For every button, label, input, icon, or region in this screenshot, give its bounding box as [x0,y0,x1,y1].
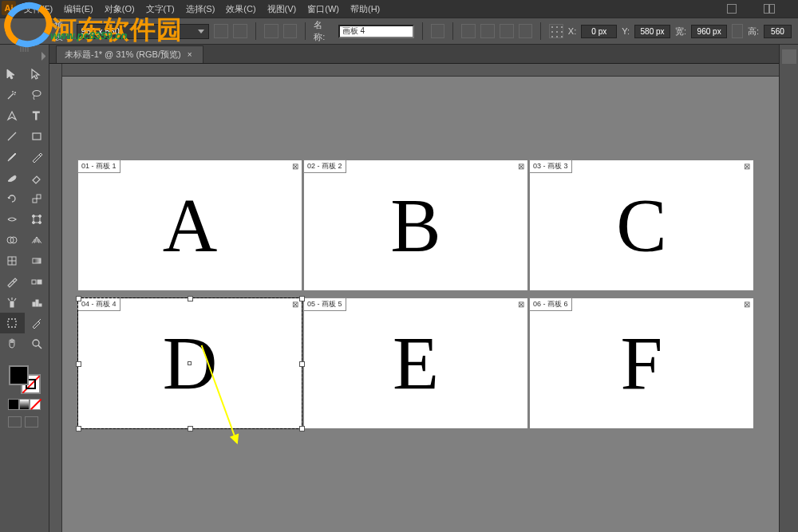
eraser-tool[interactable] [25,167,49,188]
selection-handle[interactable] [76,426,81,432]
opt-icon-b[interactable] [480,24,495,38]
opt-icon-d[interactable] [519,24,533,38]
change-screen-icon[interactable] [25,416,38,428]
eyedropper-tool[interactable] [0,271,25,292]
svg-rect-23 [39,304,41,306]
blob-brush-tool[interactable] [0,167,25,188]
scale-tool[interactable] [25,188,49,209]
width-tool[interactable] [0,209,25,230]
artboard-label[interactable]: 01 - 画板 1 [77,160,120,173]
direct-selection-tool[interactable] [25,64,49,85]
rectangle-tool[interactable] [25,126,49,147]
symbol-sprayer-tool[interactable] [0,292,25,313]
opt-icon-a[interactable] [461,24,476,38]
selection-handle[interactable] [299,361,305,367]
artboard-6[interactable]: 06 - 画板 6⊠F [530,298,753,428]
slice-tool[interactable] [25,313,49,333]
orientation-portrait-icon[interactable] [214,24,228,38]
fill-swatch[interactable] [9,365,29,385]
pencil-tool[interactable] [25,147,49,167]
pen-tool[interactable] [0,105,25,126]
artboard-label[interactable]: 02 - 画板 2 [303,160,346,173]
shape-builder-tool[interactable] [0,230,25,250]
artboard-label[interactable]: 06 - 画板 6 [529,298,572,311]
perspective-grid-tool[interactable] [25,230,49,250]
artboard-label[interactable]: 04 - 画板 4 [77,298,120,311]
screen-mode-icon[interactable] [8,416,22,428]
new-artboard-icon[interactable] [264,24,279,38]
artboard-close-icon[interactable]: ⊠ [291,162,299,170]
color-mode-icon[interactable] [8,399,19,410]
line-tool[interactable] [0,126,25,147]
artboard-close-icon[interactable]: ⊠ [291,300,299,308]
w-input[interactable] [691,25,727,38]
close-tab-icon[interactable]: × [188,50,192,59]
artboard-5[interactable]: 05 - 画板 5⊠E [304,298,527,428]
menu-help[interactable]: 帮助(H) [350,3,380,15]
ruler-horizontal[interactable] [49,64,779,77]
artboard-3[interactable]: 03 - 画板 3⊠C [530,160,753,290]
artboard-1[interactable]: 01 - 画板 1⊠A [78,160,302,290]
svg-rect-3 [33,133,41,140]
options-bar: 预设 960 x 560 名称: X: Y: 宽: 高: [0,18,798,45]
selection-handle[interactable] [188,296,193,301]
artboard-label[interactable]: 05 - 画板 5 [303,298,346,311]
orientation-landscape-icon[interactable] [233,24,247,38]
move-with-artboard-icon[interactable] [431,24,445,38]
selection-handle[interactable] [76,361,81,367]
menu-object[interactable]: 对象(O) [105,3,135,15]
lasso-tool[interactable] [25,85,49,105]
hand-tool[interactable] [0,333,25,354]
menu-view[interactable]: 视图(V) [267,3,297,15]
none-mode-icon[interactable] [30,399,41,410]
gradient-tool[interactable] [25,250,49,271]
link-wh-icon[interactable] [732,24,743,38]
layout-icon-2[interactable] [764,4,775,14]
x-label: X: [568,26,576,36]
artboard-2[interactable]: 02 - 画板 2⊠B [304,160,527,290]
document-tab[interactable]: 未标题-1* @ 31% (RGB/预览) × [56,45,203,63]
menu-file[interactable]: 文件(F) [24,3,53,15]
gradient-mode-icon[interactable] [19,399,30,410]
selection-handle[interactable] [76,296,81,301]
selection-handle[interactable] [299,296,305,301]
menu-edit[interactable]: 编辑(E) [64,3,93,15]
canvas[interactable]: 01 - 画板 1⊠A02 - 画板 2⊠B03 - 画板 3⊠C04 - 画板… [62,77,779,532]
panel-icon-1[interactable] [782,49,796,64]
reference-point-icon[interactable] [549,24,563,38]
column-graph-tool[interactable] [25,292,49,313]
artboard-label[interactable]: 03 - 画板 3 [529,160,572,173]
selection-tool[interactable] [0,64,25,85]
x-input[interactable] [581,25,617,38]
collapse-icon[interactable] [41,52,49,61]
artboard-tool[interactable] [0,313,25,333]
menu-type[interactable]: 文字(T) [146,3,175,15]
menu-effect[interactable]: 效果(C) [226,3,255,15]
artboard-close-icon[interactable]: ⊠ [743,300,751,308]
ruler-vertical[interactable] [49,64,62,532]
rotate-tool[interactable] [0,188,25,209]
artboard-close-icon[interactable]: ⊠ [517,162,525,170]
opt-icon-c[interactable] [500,24,514,38]
magic-wand-tool[interactable] [0,85,25,105]
delete-artboard-icon[interactable] [283,24,298,38]
menu-select[interactable]: 选择(S) [186,3,215,15]
type-tool[interactable]: T [25,105,49,126]
selection-handle[interactable] [188,361,192,365]
blend-tool[interactable] [25,271,49,292]
zoom-tool[interactable] [25,333,49,354]
mesh-tool[interactable] [0,250,25,271]
layout-icon-1[interactable] [727,4,737,14]
h-input[interactable] [764,25,792,38]
paintbrush-tool[interactable] [0,147,25,167]
artboard-close-icon[interactable]: ⊠ [517,300,525,308]
artboard-name-input[interactable] [338,25,414,38]
preset-dropdown[interactable]: 960 x 560 [77,24,210,39]
y-input[interactable] [634,25,670,38]
free-transform-tool[interactable] [25,209,49,230]
selection-handle[interactable] [299,426,305,432]
artboard-close-icon[interactable]: ⊠ [743,162,751,170]
selection-handle[interactable] [188,426,193,432]
toolbox: T [0,45,49,532]
menu-window[interactable]: 窗口(W) [307,3,339,15]
